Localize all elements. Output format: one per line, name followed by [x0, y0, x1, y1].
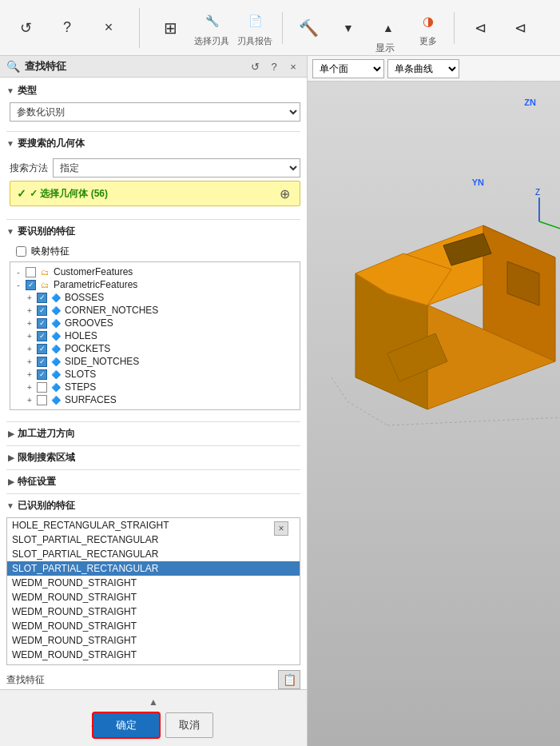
cb-surfaces[interactable]: [37, 395, 47, 405]
feature-settings-header[interactable]: ▶ 特征设置: [6, 472, 300, 492]
svg-text:Z: Z: [535, 188, 540, 197]
tree-item-side-notches[interactable]: + ✓ 🔷 SIDE_NOTCHES: [25, 355, 296, 368]
more-btn[interactable]: ◑ 更多: [412, 8, 444, 47]
expand-holes[interactable]: +: [25, 332, 34, 341]
identified-features-header[interactable]: ▼ 已识别的特征: [6, 497, 300, 514]
panel-refresh-btn[interactable]: ↺: [248, 59, 262, 74]
cb-pockets[interactable]: ✓: [37, 344, 47, 354]
expand-pockets[interactable]: +: [25, 345, 34, 353]
type-section-header[interactable]: ▼ 类型: [6, 82, 300, 99]
mirror-checkbox-row: 映射特征: [16, 243, 300, 260]
cb-holes[interactable]: ✓: [37, 331, 47, 341]
tree-item-steps[interactable]: + 🔷 STEPS: [25, 381, 296, 393]
svg-line-14: [539, 221, 560, 229]
feature-settings-arrow: ▶: [8, 477, 14, 486]
label-customer: CustomerFeatures: [54, 266, 133, 277]
expand-slots[interactable]: +: [25, 370, 34, 379]
cb-bosses[interactable]: ✓: [37, 293, 47, 303]
cb-corner-notches[interactable]: ✓: [37, 305, 47, 316]
face-select[interactable]: 单个面: [312, 59, 384, 78]
tree-item-holes[interactable]: + ✓ 🔷 HOLES: [25, 329, 296, 342]
label-holes: HOLES: [65, 330, 97, 341]
panel-help-btn[interactable]: ?: [267, 59, 281, 74]
select-blade-btn[interactable]: 🔧 选择刃具: [194, 8, 229, 47]
help-btn[interactable]: ?: [51, 15, 83, 41]
list-clear-btn[interactable]: ×: [274, 521, 288, 536]
expand-steps[interactable]: +: [25, 383, 34, 392]
target-icon[interactable]: ⊕: [276, 185, 293, 202]
cb-side-notches[interactable]: ✓: [37, 357, 47, 367]
add-toolbar-btn[interactable]: ⊞: [154, 15, 186, 41]
expand-bosses[interactable]: +: [25, 293, 34, 302]
tree-item-customer[interactable]: - 🗂 CustomerFeatures: [14, 265, 296, 278]
list-item[interactable]: WEDM_ROUND_STRAIGHT: [7, 662, 300, 665]
right-subtoolbar: 单个面 单条曲线: [308, 56, 560, 82]
cb-customer[interactable]: [26, 267, 36, 277]
type-section-arrow: ▼: [6, 86, 14, 95]
list-item[interactable]: SLOT_PARTIAL_RECTANGULAR: [7, 547, 300, 561]
expand-surfaces[interactable]: +: [25, 396, 34, 405]
footer-arrow-row: ▲: [6, 695, 300, 709]
search-geometry-header[interactable]: ▼ 要搜索的几何体: [6, 135, 300, 152]
id-list-footer: 查找特征 📋: [6, 668, 300, 689]
tree-item-pockets[interactable]: + ✓ 🔷 POCKETS: [25, 342, 296, 355]
search-method-row: 搜索方法 指定 全部: [10, 158, 300, 178]
tree-item-slots[interactable]: + ✓ 🔷 SLOTS: [25, 368, 296, 381]
cb-parametric[interactable]: ✓: [26, 280, 36, 290]
list-item[interactable]: WEDM_ROUND_STRAIGHT: [7, 648, 300, 662]
tree-item-parametric[interactable]: - ✓ 🗂 ParametricFeatures: [14, 278, 296, 291]
panel-close-btn[interactable]: ×: [286, 59, 300, 74]
feature-tree: - 🗂 CustomerFeatures - ✓ 🗂 ParametricFea…: [10, 261, 300, 410]
mirror-label[interactable]: 映射特征: [31, 245, 70, 258]
list-item[interactable]: HOLE_RECTANGULAR_STRAIGHT: [7, 518, 300, 533]
cancel-button[interactable]: 取消: [165, 712, 213, 738]
panel-header: 🔍 查找特征 ↺ ? ×: [0, 56, 307, 78]
list-item[interactable]: SLOT_PARTIAL_RECTANGULAR: [7, 533, 300, 547]
refresh-btn[interactable]: ↺: [10, 15, 42, 41]
list-item[interactable]: WEDM_ROUND_STRAIGHT: [7, 576, 300, 590]
icon-surfaces: 🔷: [50, 394, 62, 405]
confirm-button[interactable]: 确定: [93, 713, 159, 737]
identify-features-section: ▼ 要识别的特征 映射特征 - 🗂: [6, 223, 300, 415]
identified-arrow: ▼: [6, 501, 14, 510]
search-geometry-arrow: ▼: [6, 139, 14, 148]
list-item-selected[interactable]: SLOT_PARTIAL_RECTANGULAR: [7, 561, 300, 576]
arrow-up-btn[interactable]: ▲: [372, 15, 404, 41]
mirror-checkbox[interactable]: [16, 246, 26, 257]
tool-btn[interactable]: 🔨: [292, 15, 324, 41]
icon-customer: 🗂: [38, 266, 51, 277]
icon-pockets: 🔷: [50, 343, 62, 354]
tree-item-corner-notches[interactable]: + ✓ 🔷 CORNER_NOTCHES: [25, 304, 296, 317]
curve-select[interactable]: 单条曲线: [387, 59, 459, 78]
type-select[interactable]: 参数化识别 基于规则识别: [10, 102, 300, 122]
back2-btn[interactable]: ⊲: [504, 15, 536, 41]
list-item[interactable]: WEDM_ROUND_STRAIGHT: [7, 633, 300, 648]
close-btn[interactable]: ×: [93, 15, 125, 41]
blade-report-btn[interactable]: 📄 刃具报告: [237, 8, 272, 47]
tree-item-bosses[interactable]: + ✓ 🔷 BOSSES: [25, 291, 296, 304]
cb-grooves[interactable]: ✓: [37, 318, 47, 329]
arrow-down-btn[interactable]: ▼: [332, 15, 364, 41]
id-list-icon-btn[interactable]: 📋: [278, 670, 300, 689]
list-item[interactable]: WEDM_ROUND_STRAIGHT: [7, 604, 300, 619]
panel-title: 🔍 查找特征: [6, 59, 66, 74]
cb-slots[interactable]: ✓: [37, 369, 47, 380]
expand-side-notches[interactable]: +: [25, 357, 34, 366]
identify-features-header[interactable]: ▼ 要识别的特征: [6, 223, 300, 240]
list-item[interactable]: WEDM_ROUND_STRAIGHT: [7, 590, 300, 604]
expand-parametric[interactable]: -: [14, 281, 23, 289]
expand-grooves[interactable]: +: [25, 319, 34, 328]
back-btn[interactable]: ⊲: [464, 15, 496, 41]
method-select[interactable]: 指定 全部: [53, 158, 300, 178]
icon-parametric: 🗂: [38, 279, 51, 290]
expand-corner-notches[interactable]: +: [25, 306, 34, 315]
tree-item-grooves[interactable]: + ✓ 🔷 GROOVES: [25, 317, 296, 329]
id-list-icon: 📋: [283, 673, 296, 686]
cb-steps[interactable]: [37, 382, 47, 393]
toolbar-divider-2: [282, 12, 283, 44]
machining-direction-header[interactable]: ▶ 加工进刀方向: [6, 424, 300, 444]
list-item[interactable]: WEDM_ROUND_STRAIGHT: [7, 619, 300, 633]
expand-customer[interactable]: -: [14, 268, 23, 277]
tree-item-surfaces[interactable]: + 🔷 SURFACES: [25, 393, 296, 406]
search-region-header[interactable]: ▶ 限制搜索区域: [6, 448, 300, 468]
